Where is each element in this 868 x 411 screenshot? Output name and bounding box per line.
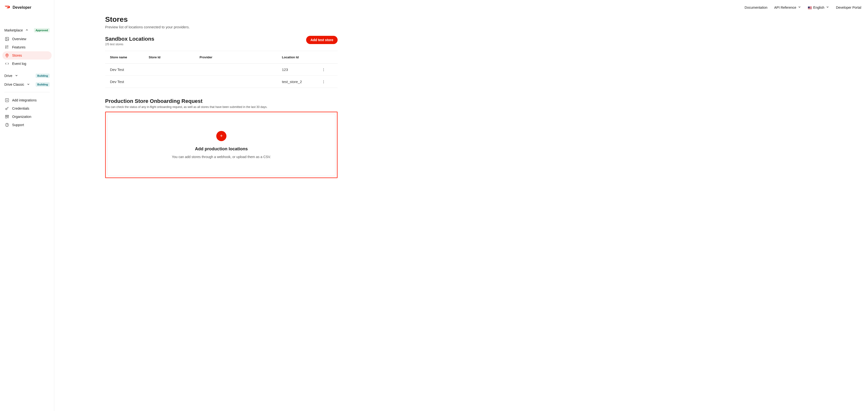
image-icon — [5, 37, 9, 41]
sidebar-item-label: Stores — [12, 54, 22, 57]
svg-point-7 — [6, 108, 7, 109]
svg-point-20 — [323, 81, 324, 81]
sidebar-group-drive[interactable]: Drive Building — [2, 72, 52, 80]
plus-icon — [219, 134, 223, 138]
sidebar-item-credentials[interactable]: Credentials — [2, 104, 52, 113]
table-row: Dev Test 123 — [105, 64, 338, 76]
svg-rect-16 — [808, 6, 810, 8]
topnav-api-reference[interactable]: API Reference — [774, 5, 801, 9]
chevron-up-icon — [25, 28, 29, 32]
svg-rect-4 — [6, 48, 6, 49]
sidebar-item-label: Features — [12, 45, 25, 49]
chevron-down-icon — [826, 5, 829, 9]
sidebar: Developer Marketplace Approved Over — [0, 0, 54, 411]
sidebar-item-stores[interactable]: Stores — [2, 51, 52, 60]
svg-rect-9 — [5, 117, 7, 118]
cell-location-id: 123 — [282, 67, 316, 72]
row-menu-icon[interactable] — [321, 80, 326, 84]
topnav-documentation[interactable]: Documentation — [745, 6, 768, 9]
page-subtitle: Preview list of locations connected to y… — [105, 25, 338, 29]
sidebar-group-drive-classic[interactable]: Drive Classic Building — [2, 81, 52, 88]
cell-store-name: Dev Test — [110, 80, 149, 84]
map-pin-icon — [5, 53, 9, 58]
topnav-label: Documentation — [745, 6, 768, 9]
brand-text: Developer — [12, 5, 31, 10]
sandbox-title: Sandbox Locations — [105, 36, 154, 42]
topnav-developer-portal[interactable]: Developer Portal — [836, 6, 861, 9]
production-subtitle: You can check the status of any in-fligh… — [105, 105, 338, 109]
divider — [4, 92, 50, 92]
add-production-button[interactable] — [216, 131, 226, 141]
page-title: Stores — [105, 15, 338, 24]
sidebar-item-support[interactable]: Support — [2, 121, 52, 129]
table-row: Dev Test test_store_2 — [105, 76, 338, 88]
nav-list-marketplace: Overview Features Stores — [2, 35, 52, 68]
production-card: Add production locations You can add sto… — [107, 114, 335, 176]
sidebar-item-label: Event log — [12, 62, 26, 66]
sidebar-item-organization[interactable]: Organization — [2, 113, 52, 121]
sidebar-item-label: Organization — [12, 115, 31, 119]
add-test-store-button[interactable]: Add test store — [306, 36, 338, 44]
production-highlight-frame: Add production locations You can add sto… — [105, 112, 338, 178]
production-card-subtitle: You can add stores through a webhook, or… — [172, 155, 271, 159]
nav-list-footer: Add integrations Credentials Organizatio… — [2, 96, 52, 129]
main-content: Documentation API Reference English Deve… — [54, 0, 868, 411]
code-icon — [5, 61, 9, 66]
sidebar-item-overview[interactable]: Overview — [2, 35, 52, 43]
cell-location-id: test_store_2 — [282, 80, 316, 84]
svg-point-18 — [323, 69, 324, 70]
plus-square-icon — [5, 98, 9, 102]
svg-point-2 — [6, 46, 6, 47]
cell-store-name: Dev Test — [110, 67, 149, 72]
sidebar-item-label: Support — [12, 123, 24, 127]
col-provider: Provider — [199, 56, 282, 59]
sidebar-group-label: Drive — [4, 74, 12, 78]
key-icon — [5, 106, 9, 110]
sidebar-group-marketplace[interactable]: Marketplace Approved — [2, 27, 52, 34]
topnav-label: API Reference — [774, 6, 796, 9]
grid-plus-icon — [5, 45, 9, 50]
brand: Developer — [2, 4, 52, 14]
row-menu-icon[interactable] — [321, 68, 326, 72]
svg-rect-15 — [808, 8, 812, 9]
svg-point-22 — [323, 83, 324, 83]
chevron-down-icon — [798, 5, 801, 9]
us-flag-icon — [808, 6, 812, 9]
sandbox-count: 2/5 test stores — [105, 42, 154, 46]
production-title: Production Store Onboarding Request — [105, 98, 338, 104]
top-nav: Documentation API Reference English Deve… — [54, 0, 868, 9]
sidebar-item-event-log[interactable]: Event log — [2, 60, 52, 68]
sidebar-group-label: Marketplace — [4, 28, 23, 32]
sidebar-item-label: Credentials — [12, 106, 29, 110]
status-badge-approved: Approved — [34, 28, 50, 32]
topnav-label: English — [813, 6, 825, 9]
sidebar-item-label: Add integrations — [12, 98, 37, 102]
sidebar-item-features[interactable]: Features — [2, 43, 52, 51]
svg-point-1 — [6, 38, 7, 39]
col-store-name: Store name — [110, 56, 149, 59]
production-card-title: Add production locations — [195, 147, 248, 152]
svg-point-5 — [6, 55, 7, 56]
svg-rect-3 — [7, 46, 8, 47]
sidebar-group-label: Drive Classic — [4, 83, 24, 87]
col-store-id: Store Id — [149, 56, 199, 59]
chevron-down-icon — [27, 83, 30, 87]
status-badge-building: Building — [36, 82, 50, 87]
sidebar-item-label: Overview — [12, 37, 26, 41]
table-header: Store name Store Id Provider Location Id — [105, 51, 338, 64]
topnav-language[interactable]: English — [808, 5, 829, 9]
svg-rect-0 — [5, 37, 9, 41]
svg-point-11 — [7, 126, 7, 126]
svg-point-17 — [323, 68, 324, 69]
svg-point-19 — [323, 70, 324, 71]
status-badge-building: Building — [36, 73, 50, 78]
col-location-id: Location Id — [282, 56, 316, 59]
svg-point-21 — [323, 81, 324, 82]
svg-rect-8 — [5, 115, 9, 116]
chevron-down-icon — [15, 74, 18, 78]
help-circle-icon — [5, 123, 9, 127]
sidebar-item-add-integrations[interactable]: Add integrations — [2, 96, 52, 104]
doordash-logo-icon — [4, 5, 10, 10]
sandbox-table: Store name Store Id Provider Location Id… — [105, 51, 338, 88]
topnav-label: Developer Portal — [836, 6, 861, 9]
